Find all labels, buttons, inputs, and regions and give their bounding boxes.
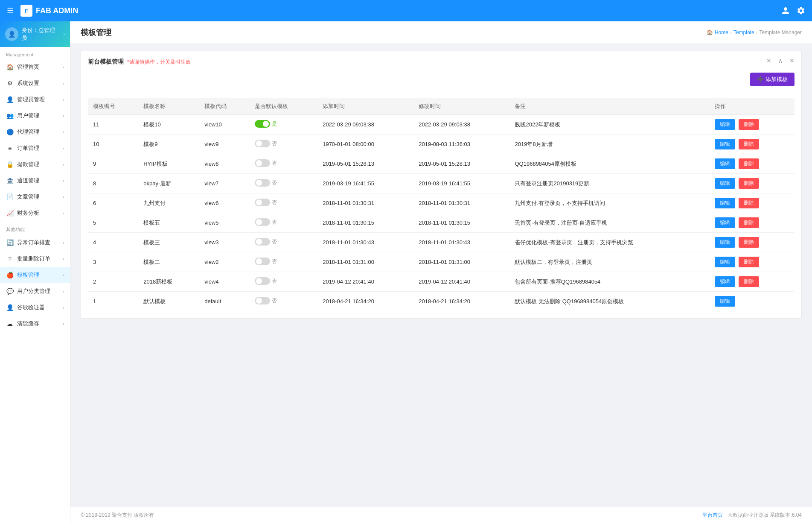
sidebar-item-withdraw-manage[interactable]: 🔒 提款管理 › <box>0 156 70 173</box>
delete-btn-5[interactable]: 删除 <box>739 217 759 228</box>
delete-btn-4[interactable]: 删除 <box>739 237 759 248</box>
sidebar-arrow-user-category: › <box>63 289 64 294</box>
cell-actions-9: 编辑 删除 <box>710 154 795 174</box>
toggle-6[interactable]: 否 <box>255 199 277 206</box>
toggle-10[interactable]: 否 <box>255 140 277 147</box>
card-title-row: 前台模板管理 *请谨慎操作，开关及时生效 <box>88 58 795 66</box>
page-title: 模板管理 <box>81 27 111 38</box>
sidebar-item-user-category[interactable]: 💬 用户分类管理 › <box>0 283 70 299</box>
settings-icon[interactable] <box>797 6 805 15</box>
edit-btn-2[interactable]: 编辑 <box>715 276 735 287</box>
card-expand-btn[interactable]: ✕ <box>788 56 796 65</box>
sidebar-item-template-manage[interactable]: 🍎 模板管理 › <box>0 267 70 283</box>
sidebar-item-finance[interactable]: 📈 财务分析 › <box>0 205 70 221</box>
breadcrumb-template[interactable]: Template <box>733 29 754 35</box>
toggle-8[interactable]: 否 <box>255 179 277 187</box>
delete-btn-10[interactable]: 删除 <box>739 139 759 149</box>
footer-copyright: © 2018-2019 聚合支付 版权所有 <box>81 512 154 519</box>
delete-btn-3[interactable]: 删除 <box>739 257 759 267</box>
sidebar-item-user-manage[interactable]: 👥 用户管理 › <box>0 108 70 124</box>
sidebar-item-settings[interactable]: ⚙ 系统设置 › <box>0 75 70 91</box>
table-row: 9 HYIP模板 view8 否 2019-05-01 15:28:13 201… <box>88 154 795 174</box>
footer-platform-link[interactable]: 平台首页 <box>702 512 723 518</box>
edit-btn-1[interactable]: 编辑 <box>715 296 735 307</box>
sidebar-item-order-manage[interactable]: ≡ 订单管理 › <box>0 140 70 156</box>
footer-links: 平台首页 大数据商业开源版 系统版本:6.04 <box>699 512 802 519</box>
sidebar-item-clear-cache[interactable]: ☁ 清除缓存 › <box>0 316 70 332</box>
sidebar-arrow-channel-manage: › <box>63 179 64 183</box>
cell-remark-5: 无首页-有登录页，注册页-自适应手机 <box>509 213 710 233</box>
cell-addtime-9: 2019-05-01 15:28:13 <box>317 154 413 174</box>
table-row: 3 模板二 view2 否 2018-11-01 01:31:00 2018-1… <box>88 252 795 272</box>
edit-btn-6[interactable]: 编辑 <box>715 198 735 208</box>
breadcrumb-home[interactable]: Home <box>715 29 728 35</box>
cell-code-8: view7 <box>199 174 250 193</box>
edit-btn-9[interactable]: 编辑 <box>715 158 735 169</box>
delete-btn-8[interactable]: 删除 <box>739 178 759 189</box>
edit-btn-3[interactable]: 编辑 <box>715 257 735 267</box>
sidebar-label-agent-manage: 代理管理 <box>17 128 59 136</box>
sidebar-label-order-sort: 异常订单排查 <box>17 239 59 246</box>
sidebar-label-withdraw-manage: 提款管理 <box>17 161 59 168</box>
sidebar-item-agent-manage[interactable]: 🔵 代理管理 › <box>0 124 70 140</box>
main-content: 模板管理 🏠 Home › Template › Template Manage… <box>70 21 812 524</box>
col-add-time: 添加时间 <box>317 98 413 115</box>
cell-code-11: view10 <box>199 115 250 135</box>
card-collapse-btn[interactable]: ∧ <box>777 56 784 65</box>
toggle-11[interactable]: 是 <box>255 120 277 128</box>
col-mod-time: 修改时间 <box>413 98 509 115</box>
add-template-button[interactable]: ➕ 添加模板 <box>750 73 795 86</box>
cell-remark-6: 九州支付,有登录页，不支持手机访问 <box>509 193 710 213</box>
cell-modtime-10: 2019-08-03 11:36:03 <box>413 135 509 154</box>
avatar: 👤 <box>5 27 18 41</box>
cell-code-9: view8 <box>199 154 250 174</box>
cell-actions-11: 编辑 删除 <box>710 115 795 135</box>
cell-remark-8: 只有登录注册页20190319更新 <box>509 174 710 193</box>
cell-name-9: HYIP模板 <box>138 154 199 174</box>
sidebar-item-channel-manage[interactable]: 🏦 通道管理 › <box>0 173 70 189</box>
breadcrumb: 🏠 Home › Template › Template Manager <box>707 29 802 35</box>
other-items: 🔄 异常订单排查 › ≡ 批量删除订单 › 🍎 模板管理 › 💬 用户分类管理 … <box>0 234 70 332</box>
cell-default-5: 否 <box>250 213 317 233</box>
toggle-9[interactable]: 否 <box>255 159 277 167</box>
cell-addtime-5: 2018-11-01 01:30:15 <box>317 213 413 233</box>
sidebar-item-order-sort[interactable]: 🔄 异常订单排查 › <box>0 234 70 251</box>
cell-modtime-8: 2019-03-19 16:41:55 <box>413 174 509 193</box>
section-other-title: 其他功能 <box>0 221 70 234</box>
sidebar-item-article-manage[interactable]: 📄 文章管理 › <box>0 189 70 205</box>
sidebar-item-batch-delete[interactable]: ≡ 批量删除订单 › <box>0 251 70 267</box>
toggle-1[interactable]: 否 <box>255 297 277 304</box>
cell-actions-8: 编辑 删除 <box>710 174 795 193</box>
sidebar-item-admin-manage[interactable]: 👤 管理员管理 › <box>0 91 70 108</box>
edit-btn-10[interactable]: 编辑 <box>715 139 735 149</box>
card-title-text: 前台模板管理 <box>88 58 124 66</box>
card-controls: ✕ ∧ ✕ <box>765 56 796 65</box>
toggle-5[interactable]: 否 <box>255 218 277 226</box>
table-row: 1 默认模板 default 否 2018-04-21 16:34:20 201… <box>88 292 795 311</box>
toggle-3[interactable]: 否 <box>255 258 277 265</box>
toggle-4[interactable]: 否 <box>255 238 277 246</box>
delete-btn-9[interactable]: 删除 <box>739 158 759 169</box>
cell-actions-6: 编辑 删除 <box>710 193 795 213</box>
user-icon[interactable] <box>781 6 790 15</box>
col-id: 模板编号 <box>88 98 138 115</box>
sidebar-label-user-category: 用户分类管理 <box>17 287 59 295</box>
cell-remark-9: QQ1968984054原创模板 <box>509 154 710 174</box>
breadcrumb-current: Template Manager <box>760 29 802 35</box>
edit-btn-4[interactable]: 编辑 <box>715 237 735 248</box>
delete-btn-11[interactable]: 删除 <box>739 119 759 130</box>
delete-btn-6[interactable]: 删除 <box>739 198 759 208</box>
col-code: 模板代码 <box>199 98 250 115</box>
edit-btn-8[interactable]: 编辑 <box>715 178 735 189</box>
identity-arrow[interactable]: › <box>63 32 65 37</box>
cell-modtime-5: 2018-11-01 01:30:15 <box>413 213 509 233</box>
sidebar-arrow-finance: › <box>63 211 64 216</box>
sidebar-item-google-auth[interactable]: 👤 谷歌验证器 › <box>0 299 70 316</box>
sidebar-item-dashboard[interactable]: 🏠 管理首页 › <box>0 59 70 75</box>
toggle-2[interactable]: 否 <box>255 277 277 285</box>
delete-btn-2[interactable]: 删除 <box>739 276 759 287</box>
card-close-btn[interactable]: ✕ <box>765 56 773 65</box>
edit-btn-11[interactable]: 编辑 <box>715 119 735 130</box>
edit-btn-5[interactable]: 编辑 <box>715 217 735 228</box>
menu-toggle-icon[interactable]: ☰ <box>7 6 14 15</box>
